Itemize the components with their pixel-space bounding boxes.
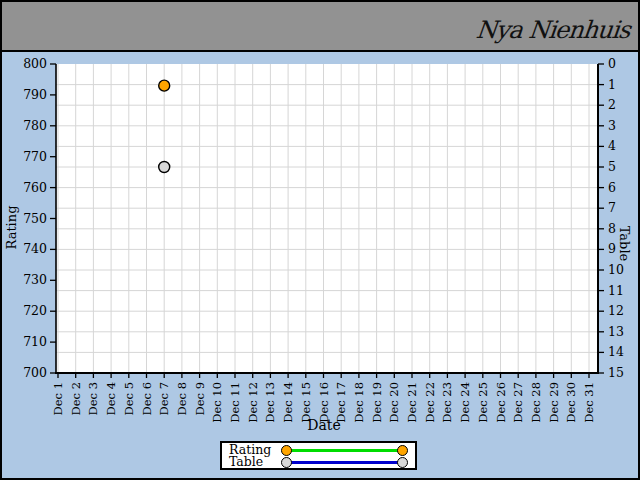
right-tick-label: 2 bbox=[608, 97, 616, 112]
x-tick-label: Dec 6 bbox=[140, 382, 154, 415]
right-tick-label: 1 bbox=[608, 77, 616, 92]
x-tick-label: Dec 25 bbox=[476, 382, 490, 423]
right-tick-label: 0 bbox=[608, 56, 616, 71]
x-tick-label: Dec 8 bbox=[175, 382, 189, 415]
legend-swatch-table bbox=[281, 456, 408, 468]
left-tick-label: 720 bbox=[23, 303, 47, 318]
legend-box: Rating Table bbox=[220, 441, 417, 470]
left-tick-label: 700 bbox=[23, 365, 47, 380]
player-name: Nya Nienhuis bbox=[475, 16, 632, 44]
x-tick-label: Dec 1 bbox=[51, 382, 65, 415]
left-tick-label: 770 bbox=[23, 149, 47, 164]
x-tick-label: Dec 26 bbox=[494, 382, 508, 423]
legend-line-rating bbox=[285, 449, 404, 453]
left-tick-label: 760 bbox=[23, 180, 47, 195]
right-tick-label: 3 bbox=[608, 118, 616, 133]
left-tick-label: 780 bbox=[23, 118, 47, 133]
chart-area: 7007107207307407507607707807908000123456… bbox=[2, 52, 638, 478]
x-tick-label: Dec 29 bbox=[547, 382, 561, 423]
right-tick-label: 5 bbox=[608, 159, 616, 174]
legend-label-table: Table bbox=[229, 456, 281, 469]
legend-line-table bbox=[285, 461, 404, 465]
legend-marker-table-left bbox=[281, 457, 292, 468]
x-tick-label: Dec 2 bbox=[69, 382, 83, 415]
x-tick-label: Dec 5 bbox=[122, 382, 136, 415]
left-tick-label: 740 bbox=[23, 241, 47, 256]
left-tick-label: 750 bbox=[23, 211, 47, 226]
legend-marker-table-right bbox=[397, 457, 408, 468]
plot-area bbox=[56, 64, 598, 373]
legend-marker-rating-right bbox=[397, 445, 408, 456]
rating-data-point bbox=[159, 80, 170, 91]
x-axis-title: Date bbox=[274, 417, 374, 433]
right-tick-label: 15 bbox=[608, 365, 624, 380]
right-tick-label: 9 bbox=[608, 241, 616, 256]
legend-swatch-rating bbox=[281, 444, 408, 456]
x-tick-label: Dec 9 bbox=[193, 382, 207, 415]
right-tick-label: 6 bbox=[608, 180, 616, 195]
x-tick-label: Dec 7 bbox=[157, 382, 171, 415]
left-tick-label: 790 bbox=[23, 87, 47, 102]
page-root: Nya Nienhuis 700710720730740750760770780… bbox=[0, 0, 640, 480]
left-axis-title: Rating bbox=[4, 206, 19, 250]
right-tick-label: 14 bbox=[608, 344, 624, 359]
right-axis-title: Table bbox=[617, 226, 632, 262]
right-tick-label: 13 bbox=[608, 324, 624, 339]
right-tick-label: 8 bbox=[608, 221, 616, 236]
legend-marker-rating-left bbox=[281, 445, 292, 456]
x-tick-label: Dec 31 bbox=[582, 382, 596, 423]
x-tick-label: Dec 10 bbox=[210, 382, 224, 423]
chart-canvas: 7007107207307407507607707807908000123456… bbox=[2, 52, 638, 478]
x-tick-label: Dec 30 bbox=[564, 382, 578, 423]
left-tick-label: 730 bbox=[23, 272, 47, 287]
x-tick-label: Dec 20 bbox=[387, 382, 401, 423]
x-tick-label: Dec 12 bbox=[246, 382, 260, 423]
x-tick-label: Dec 27 bbox=[511, 382, 525, 423]
table-data-point bbox=[159, 162, 170, 173]
x-tick-label: Dec 21 bbox=[405, 382, 419, 423]
right-tick-label: 10 bbox=[608, 262, 624, 277]
x-tick-label: Dec 11 bbox=[228, 382, 242, 423]
right-tick-label: 4 bbox=[608, 138, 616, 153]
x-tick-label: Dec 28 bbox=[529, 382, 543, 423]
right-tick-label: 11 bbox=[608, 283, 624, 298]
x-tick-label: Dec 24 bbox=[458, 382, 472, 423]
right-tick-label: 12 bbox=[608, 303, 624, 318]
x-tick-label: Dec 4 bbox=[104, 382, 118, 415]
x-tick-label: Dec 3 bbox=[86, 382, 100, 415]
left-tick-label: 800 bbox=[23, 56, 47, 71]
legend-row-table: Table bbox=[229, 456, 408, 468]
x-tick-label: Dec 22 bbox=[423, 382, 437, 423]
right-tick-label: 7 bbox=[608, 200, 616, 215]
left-tick-label: 710 bbox=[23, 334, 47, 349]
x-tick-label: Dec 23 bbox=[440, 382, 454, 423]
